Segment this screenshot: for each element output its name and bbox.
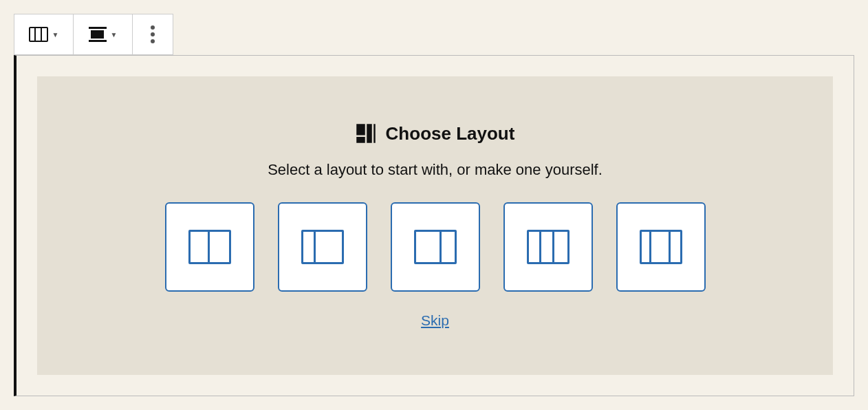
layout-option-33-33-33[interactable] [503,202,593,292]
columns-block-button[interactable]: ▼ [14,14,74,54]
chevron-down-icon: ▼ [52,31,59,39]
svg-rect-2 [367,124,372,143]
layout-preview-icon [527,230,569,264]
block-toolbar: ▼ ▼ [14,14,173,55]
layout-placeholder: Choose Layout Select a layout to start w… [37,76,833,375]
layout-option-25-50-25[interactable] [616,202,706,292]
svg-rect-1 [356,137,365,143]
placeholder-header: Choose Layout [356,123,515,144]
layout-option-50-50[interactable] [165,202,254,292]
layout-preview-icon [640,230,682,264]
layout-icon [356,123,376,144]
layout-preview-icon [414,230,457,264]
layout-preview-icon [301,230,344,264]
skip-link[interactable]: Skip [421,312,449,329]
svg-rect-3 [373,124,376,143]
more-options-button[interactable] [133,14,173,54]
svg-rect-0 [356,124,365,135]
placeholder-title: Choose Layout [386,123,515,144]
layout-option-33-66[interactable] [278,202,367,292]
block-editor-panel: Choose Layout Select a layout to start w… [14,55,854,396]
placeholder-description: Select a layout to start with, or make o… [268,161,603,179]
more-vertical-icon [151,25,155,43]
layout-preview-icon [188,230,231,264]
align-icon [89,27,107,42]
alignment-button[interactable]: ▼ [74,14,133,54]
layout-option-66-33[interactable] [391,202,480,292]
layout-options [165,202,706,292]
chevron-down-icon: ▼ [111,31,118,39]
columns-icon [29,27,48,42]
